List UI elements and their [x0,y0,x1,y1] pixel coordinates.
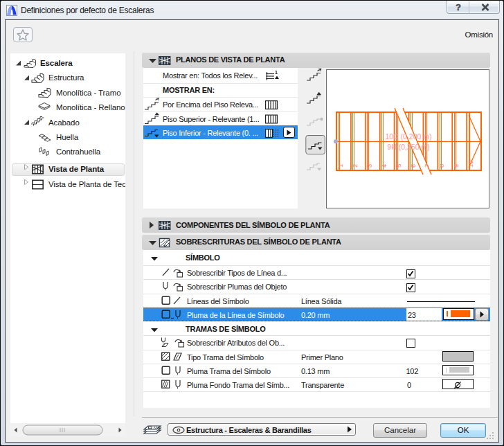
svg-text:9H (0,250 m): 9H (0,250 m) [387,143,429,151]
svg-text:5: 5 [395,164,402,168]
svg-text:6: 6 [409,164,417,168]
svg-text:10: 10 [467,160,474,168]
svg-text:7: 7 [423,164,431,168]
svg-text:1: 1 [275,70,278,75]
svg-text:1: 1 [336,164,344,168]
svg-text:?: ? [456,2,461,12]
svg-text:8: 8 [438,164,445,168]
svg-text:10C (0,200 m): 10C (0,200 m) [385,132,431,141]
svg-text:9: 9 [452,164,460,168]
svg-text:4: 4 [380,164,388,168]
svg-text:3: 3 [366,164,373,168]
svg-text:2: 2 [351,164,359,168]
